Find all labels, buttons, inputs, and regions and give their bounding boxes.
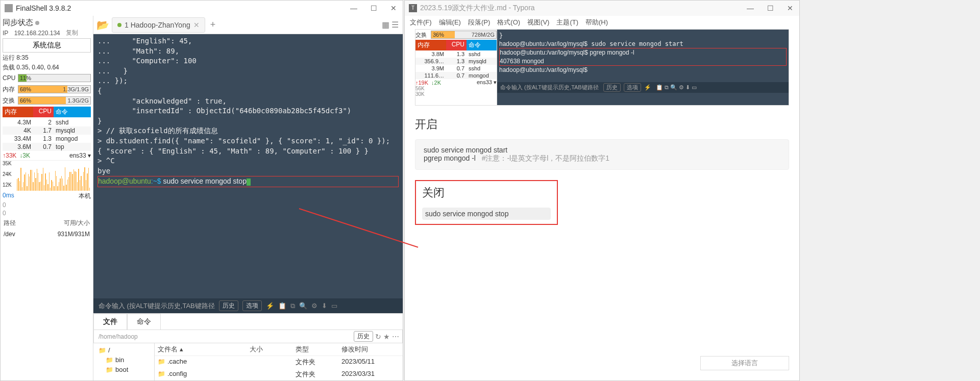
- file-tree[interactable]: / bin boot: [93, 343, 155, 380]
- file-tab[interactable]: 文件: [93, 314, 127, 329]
- disk-path: /dev: [4, 231, 15, 238]
- options-button[interactable]: 选项: [242, 300, 262, 311]
- menu-format[interactable]: 格式(O): [497, 18, 520, 27]
- mem-val: 1.3G/1.9G: [63, 86, 89, 92]
- net-chart: 35K24K12K: [3, 160, 91, 191]
- latency: 0ms: [3, 192, 14, 200]
- more-icon[interactable]: ⋯: [392, 333, 399, 341]
- menu-help[interactable]: 帮助(H): [585, 18, 608, 27]
- minimize-button[interactable]: —: [745, 3, 756, 13]
- connected-dot-icon: [117, 23, 121, 27]
- tree-root[interactable]: /: [95, 345, 152, 355]
- sync-label: 同步状态: [3, 18, 33, 28]
- mem-label: 内存: [3, 85, 17, 94]
- window-title: FinalShell 3.9.8.2: [16, 4, 348, 12]
- file-col-type[interactable]: 类型: [292, 343, 338, 355]
- minimize-button[interactable]: —: [348, 3, 359, 13]
- file-col-name[interactable]: 文件名 ▴: [155, 343, 247, 355]
- proc-head-mem[interactable]: 内存: [3, 107, 33, 117]
- connection-tab[interactable]: 1 Hadoop-ZhanYong✕: [112, 17, 205, 33]
- proc-head-cmd[interactable]: 命令: [54, 107, 91, 117]
- copy-icon[interactable]: ⧉: [290, 302, 295, 310]
- disk-head-size: 可用/大小: [64, 219, 90, 227]
- status-dot-icon: [35, 21, 39, 25]
- host-label[interactable]: 本机: [79, 192, 91, 200]
- tree-item[interactable]: boot: [95, 365, 152, 374]
- menu-theme[interactable]: 主题(T): [556, 18, 578, 27]
- close-button[interactable]: ✕: [785, 3, 795, 13]
- maximize-button[interactable]: ☐: [369, 3, 379, 13]
- mem-pct: 68%: [20, 86, 31, 92]
- code-block-stop[interactable]: sudo service mongod stop: [422, 208, 551, 220]
- disk-size: 931M/931M: [58, 231, 90, 238]
- history-button[interactable]: 历史: [219, 300, 238, 311]
- clipboard-icon[interactable]: 📋: [278, 302, 286, 310]
- heading-start[interactable]: 开启: [415, 117, 789, 132]
- menu-paragraph[interactable]: 段落(P): [468, 18, 490, 27]
- app-icon: [5, 4, 13, 12]
- ip-value: 192.168.220.134: [14, 30, 60, 37]
- command-tab[interactable]: 命令: [127, 314, 161, 329]
- list-item[interactable]: .cache文件夹2023/05/11: [155, 356, 403, 368]
- terminal[interactable]: ... "English": 45, ... "Math": 89, ... "…: [93, 34, 403, 298]
- cpu-label: CPU: [3, 74, 17, 82]
- disk-head-path: 路径: [4, 219, 16, 227]
- add-tab-button[interactable]: +: [205, 17, 221, 32]
- net-up: ↑33K: [3, 152, 16, 159]
- language-selector[interactable]: 选择语言: [700, 356, 789, 370]
- refresh-icon[interactable]: ↻: [375, 333, 381, 341]
- copy-link[interactable]: 复制: [66, 29, 78, 37]
- bookmark-icon[interactable]: ★: [383, 333, 390, 341]
- list-icon[interactable]: ☰: [391, 20, 399, 30]
- file-col-size[interactable]: 大小: [247, 343, 292, 355]
- search-icon[interactable]: 🔍: [299, 302, 307, 310]
- proc-head-cpu[interactable]: CPU: [33, 107, 54, 117]
- ip-label: IP: [3, 30, 8, 37]
- table-row[interactable]: 4K1.7mysqld: [3, 126, 91, 135]
- typora-icon: T: [409, 4, 417, 12]
- bolt-icon[interactable]: ⚡: [266, 302, 274, 310]
- uptime-text: 运行 8:35: [3, 54, 91, 62]
- swap-pct: 66%: [20, 97, 31, 104]
- grid-icon[interactable]: ▦: [382, 20, 389, 30]
- fullscreen-icon[interactable]: ▭: [331, 302, 337, 310]
- heading-stop[interactable]: 关闭: [422, 185, 551, 200]
- menu-view[interactable]: 视图(V): [527, 18, 549, 27]
- code-block-start[interactable]: sudo service mongod start pgrep mongod -…: [415, 139, 789, 170]
- download-icon[interactable]: ⬇: [322, 302, 327, 310]
- file-col-mtime[interactable]: 修改时间: [338, 343, 400, 355]
- zero2: 0: [3, 210, 91, 217]
- tab-label: 1 Hadoop-ZhanYong: [125, 21, 190, 29]
- menu-edit[interactable]: 编辑(E): [439, 18, 461, 27]
- close-button[interactable]: ✕: [388, 3, 399, 13]
- typora-title: 2023.5.19源文件大作业.md - Typora: [420, 4, 745, 13]
- table-row[interactable]: 3.6M0.7top: [3, 143, 91, 151]
- path-input[interactable]: /home/hadoop: [97, 332, 352, 342]
- list-item[interactable]: .config文件夹2023/03/31: [155, 368, 403, 380]
- system-info-button[interactable]: 系统信息: [3, 38, 91, 53]
- load-text: 负载 0.35, 0.40, 0.64: [3, 63, 91, 72]
- table-row[interactable]: 33.4M1.3mongod: [3, 135, 91, 143]
- menu-file[interactable]: 文件(F): [410, 18, 432, 27]
- swap-val: 1.3G/2G: [67, 97, 89, 104]
- swap-label: 交换: [3, 96, 17, 105]
- net-interface[interactable]: ens33 ▾: [69, 152, 91, 159]
- command-input-bar[interactable]: 命令输入 (按ALT键提示历史,TAB键路径 历史 选项 ⚡ 📋 ⧉ 🔍 ⚙ ⬇…: [93, 298, 403, 313]
- embedded-screenshot: 交换36%728M/2G 内存CPU命令 3.8M1.3sshd356.9…1.…: [415, 29, 789, 106]
- path-history-button[interactable]: 历史: [354, 331, 373, 342]
- net-down: ↓3K: [19, 152, 30, 159]
- cmd-hint: 命令输入 (按ALT键提示历史,TAB键路径: [99, 301, 215, 311]
- zero1: 0: [3, 201, 91, 209]
- tab-close-icon[interactable]: ✕: [193, 21, 200, 29]
- close-section-frame: 关闭 sudo service mongod stop: [415, 180, 558, 225]
- tree-item[interactable]: bin: [95, 355, 152, 365]
- table-row[interactable]: 4.3M2sshd: [3, 118, 91, 126]
- maximize-button[interactable]: ☐: [765, 3, 776, 13]
- folder-open-icon[interactable]: 📂: [96, 19, 109, 31]
- cpu-pct: 11%: [20, 75, 31, 81]
- gear-icon[interactable]: ⚙: [311, 302, 317, 310]
